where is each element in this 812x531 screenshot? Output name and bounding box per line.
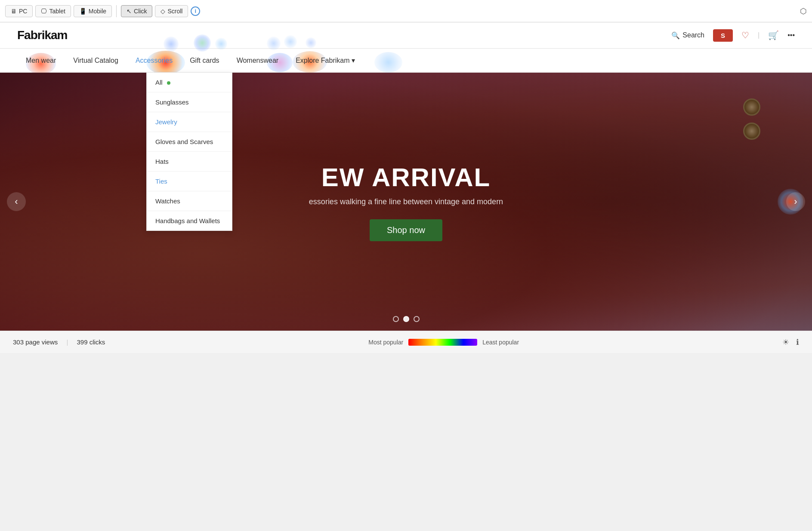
scroll-icon: ◇ bbox=[161, 8, 165, 15]
toolbar: 🖥 PC 🖵 Tablet 📱 Mobile ↖ Click ◇ Scroll … bbox=[0, 0, 812, 22]
more-button[interactable]: ••• bbox=[787, 31, 795, 39]
site-logo[interactable]: Fabrikam bbox=[17, 28, 68, 42]
heatmap-explore bbox=[374, 52, 402, 73]
ellipsis-icon: ••• bbox=[787, 31, 795, 39]
hero-content: EW ARRIVAL essories walking a fine line … bbox=[309, 163, 503, 241]
footer-bar: 303 page views | 399 clicks Most popular… bbox=[0, 331, 812, 353]
tablet-label: Tablet bbox=[49, 8, 65, 15]
search-icon: 🔍 bbox=[671, 31, 680, 40]
accessories-dropdown: All Sunglasses Jewelry Gloves and Scarve… bbox=[146, 72, 232, 231]
hero-dot-1[interactable] bbox=[393, 316, 399, 322]
page-views-label: 303 page views bbox=[13, 338, 58, 346]
nav-menwear[interactable]: Men wear bbox=[17, 49, 65, 72]
header-actions: 🔍 Search S ♡ | 🛒 ••• bbox=[671, 29, 795, 42]
hero-pagination bbox=[393, 316, 420, 322]
hero-next-button[interactable]: › bbox=[786, 192, 805, 211]
dropdown-item-handbags[interactable]: Handbags and Wallets bbox=[147, 211, 232, 230]
info-button[interactable]: i bbox=[191, 6, 200, 16]
heat-gradient bbox=[408, 339, 477, 346]
cart-button[interactable]: 🛒 bbox=[768, 30, 779, 40]
cart-icon: 🛒 bbox=[768, 31, 779, 40]
chevron-left-icon: ‹ bbox=[15, 196, 18, 207]
nav-virtual-catalog[interactable]: Virtual Catalog bbox=[65, 49, 127, 72]
nav-explore[interactable]: Explore Fabrikam ▾ bbox=[287, 49, 364, 72]
active-dot bbox=[167, 81, 170, 85]
dropdown-item-watches[interactable]: Watches bbox=[147, 191, 232, 211]
footer-stats: 303 page views | 399 clicks bbox=[13, 338, 105, 346]
dropdown-item-hats[interactable]: Hats bbox=[147, 152, 232, 172]
header-sep: | bbox=[758, 31, 760, 39]
click-button[interactable]: ↖ Click bbox=[121, 5, 152, 17]
wishlist-button[interactable]: ♡ bbox=[741, 30, 749, 40]
hero-prev-button[interactable]: ‹ bbox=[7, 192, 26, 211]
nav-accessories[interactable]: Accessories bbox=[127, 49, 181, 72]
scroll-button[interactable]: ◇ Scroll bbox=[155, 5, 188, 17]
share-icon: ⬡ bbox=[800, 7, 807, 15]
nav-womenswear[interactable]: Womenswear bbox=[228, 49, 287, 72]
tablet-icon: 🖵 bbox=[41, 8, 47, 15]
hero-dot-2[interactable] bbox=[403, 316, 409, 322]
separator bbox=[116, 5, 117, 17]
footer-icons: ☀ ℹ bbox=[782, 338, 799, 347]
search-button[interactable]: 🔍 Search bbox=[671, 31, 704, 40]
most-popular-label: Most popular bbox=[368, 339, 403, 346]
shop-now-button[interactable]: Shop now bbox=[370, 219, 442, 241]
dropdown-item-jewelry[interactable]: Jewelry bbox=[147, 112, 232, 132]
stats-sep: | bbox=[66, 338, 68, 346]
signin-label: S bbox=[721, 32, 725, 39]
click-label: Click bbox=[134, 8, 147, 15]
sun-icon[interactable]: ☀ bbox=[782, 338, 789, 347]
dropdown-item-sunglasses[interactable]: Sunglasses bbox=[147, 92, 232, 112]
footer-info-icon[interactable]: ℹ bbox=[796, 338, 799, 347]
mobile-button[interactable]: 📱 Mobile bbox=[74, 5, 112, 17]
dropdown-item-gloves[interactable]: Gloves and Scarves bbox=[147, 132, 232, 152]
hero-description: essories walking a fine line between vin… bbox=[309, 197, 503, 206]
site-header: Fabrikam 🔍 Search S ♡ | 🛒 ••• bbox=[0, 22, 812, 49]
search-label: Search bbox=[682, 31, 704, 39]
least-popular-label: Least popular bbox=[482, 339, 519, 346]
hero-title: EW ARRIVAL bbox=[309, 163, 503, 192]
clicks-label: 399 clicks bbox=[77, 338, 105, 346]
hero-section: EW ARRIVAL essories walking a fine line … bbox=[0, 73, 812, 331]
mobile-label: Mobile bbox=[89, 8, 106, 15]
tablet-button[interactable]: 🖵 Tablet bbox=[35, 5, 71, 17]
dropdown-item-all[interactable]: All bbox=[147, 73, 232, 92]
pc-button[interactable]: 🖥 PC bbox=[5, 5, 33, 17]
info-icon: i bbox=[195, 8, 197, 14]
dropdown-item-ties[interactable]: Ties bbox=[147, 172, 232, 191]
site-nav: Men wear Virtual Catalog Accessories Gif… bbox=[0, 49, 812, 73]
nav-gift-cards[interactable]: Gift cards bbox=[181, 49, 228, 72]
mobile-icon: 📱 bbox=[79, 8, 86, 15]
pc-icon: 🖥 bbox=[11, 8, 17, 15]
pc-label: PC bbox=[19, 8, 27, 15]
heart-icon: ♡ bbox=[741, 31, 749, 40]
chevron-right-icon: › bbox=[794, 196, 797, 207]
scroll-label: Scroll bbox=[167, 8, 182, 15]
share-button[interactable]: ⬡ bbox=[800, 6, 807, 16]
footer-legend: Most popular Least popular bbox=[368, 339, 519, 346]
hero-dot-3[interactable] bbox=[414, 316, 420, 322]
cursor-icon: ↖ bbox=[127, 8, 132, 15]
signin-button[interactable]: S bbox=[713, 29, 733, 42]
